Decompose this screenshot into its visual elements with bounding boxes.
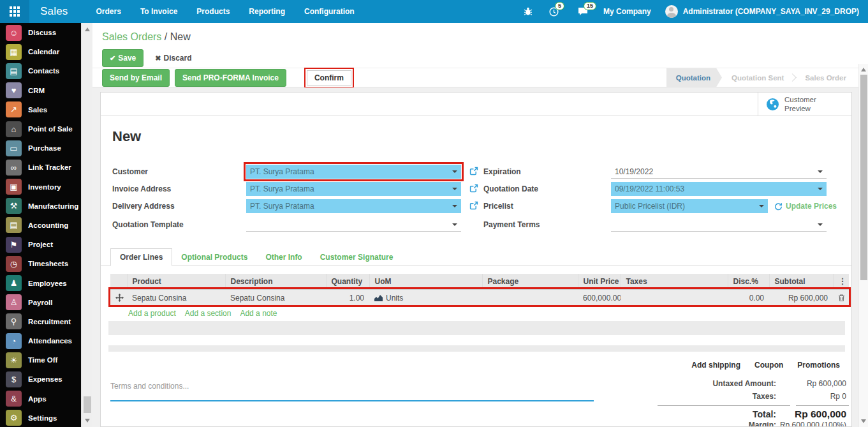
quotation-template-field[interactable]	[246, 218, 461, 232]
quotation-date-field[interactable]: 09/19/2022 11:00:53	[611, 182, 827, 196]
sidebar-item-timesheets[interactable]: ◷Timesheets	[0, 254, 81, 273]
stage-quotation[interactable]: Quotation	[666, 68, 722, 87]
record-controls: ✔Save ✖Discard	[102, 49, 192, 67]
expiration-field[interactable]: 10/19/2022	[611, 165, 827, 179]
line-add-links: Add a product Add a section Add a note	[128, 309, 277, 318]
menu-reporting[interactable]: Reporting	[249, 7, 285, 16]
menu-products[interactable]: Products	[196, 7, 230, 16]
delivery-address-field[interactable]: PT. Surya Pratama	[246, 199, 461, 213]
debug-bug-icon[interactable]	[524, 7, 533, 16]
drag-handle[interactable]	[110, 289, 127, 306]
send-proforma-invoice-button[interactable]: Send PRO-FORMA Invoice	[175, 69, 286, 87]
sidebar-item-attendances[interactable]: ◔Attendances	[0, 331, 81, 350]
tab-optional-products[interactable]: Optional Products	[172, 248, 256, 266]
menu-to-invoice[interactable]: To Invoice	[140, 7, 177, 16]
breadcrumb-sales-orders[interactable]: Sales Orders	[102, 31, 161, 42]
external-link-icon[interactable]	[469, 184, 478, 193]
pricelist-field[interactable]: Public Pricelist (IDR)	[611, 199, 768, 213]
sidebar-item-time-off[interactable]: ☀Time Off	[0, 350, 81, 370]
sidebar-item-apps[interactable]: &Apps	[0, 389, 81, 408]
add-shipping-button[interactable]: Add shipping	[691, 361, 740, 370]
stage-sales-order[interactable]: Sales Order	[795, 68, 856, 87]
app-title[interactable]: Sales	[40, 5, 68, 18]
user-avatar[interactable]	[665, 5, 678, 18]
package-cell[interactable]	[482, 289, 578, 306]
promotions-button[interactable]: Promotions	[797, 361, 840, 370]
external-link-icon[interactable]	[469, 201, 478, 210]
sidebar-item-project[interactable]: ⚑Project	[0, 235, 81, 254]
discount-cell[interactable]: 0.00	[728, 289, 769, 306]
uom-cell[interactable]: Units	[369, 289, 482, 306]
quantity-cell[interactable]: 1.00	[326, 289, 369, 306]
tab-customer-signature[interactable]: Customer Signature	[311, 248, 402, 266]
taxes-cell[interactable]	[621, 289, 728, 306]
description-cell[interactable]: Sepatu Consina	[225, 289, 326, 306]
coupon-button[interactable]: Coupon	[754, 361, 783, 370]
main-scrollbar[interactable]	[858, 64, 868, 427]
sidebar-item-discuss[interactable]: ☺Discuss	[0, 23, 81, 42]
sidebar-item-label: Sales	[28, 106, 47, 114]
customer-field[interactable]: PT. Surya Pratama	[246, 165, 461, 179]
company-switcher[interactable]: My Company	[603, 7, 651, 16]
expiration-label: Expiration	[483, 165, 521, 179]
quantity-column-header: Quantity	[326, 274, 369, 289]
sidebar-item-crm[interactable]: ♥CRM	[0, 81, 81, 100]
apps-menu-button[interactable]	[0, 0, 29, 23]
sidebar-item-point-of-sale[interactable]: ⌂Point of Sale	[0, 119, 81, 139]
scrollbar-thumb[interactable]	[84, 396, 91, 413]
scroll-up-arrow-icon[interactable]	[861, 68, 866, 71]
terms-and-conditions-input[interactable]	[110, 380, 594, 401]
sidebar-item-sales[interactable]: ↗Sales	[0, 100, 81, 119]
menu-orders[interactable]: Orders	[96, 7, 121, 16]
sidebar-item-contacts[interactable]: ▤Contacts	[0, 61, 81, 80]
payment-terms-field[interactable]	[611, 218, 827, 232]
link-tracker-app-icon: ∞	[6, 160, 22, 176]
user-menu[interactable]: Administrator (COMPANY_SAYA_INV_29_DROP)	[683, 7, 859, 16]
unit-price-cell[interactable]: 600,000.00	[578, 289, 621, 306]
scroll-down-arrow-icon[interactable]	[85, 419, 90, 423]
customer-preview-button[interactable]: Customer Preview	[758, 93, 851, 116]
inventory-app-icon: ▣	[6, 179, 22, 195]
messages-chat-icon[interactable]: 15	[578, 7, 588, 16]
add-a-product-link[interactable]: Add a product	[128, 309, 176, 318]
invoice-address-field[interactable]: PT. Surya Pratama	[246, 182, 461, 196]
sidebar-scrollbar[interactable]	[81, 23, 92, 427]
tab-other-info[interactable]: Other Info	[256, 248, 311, 266]
totals-separator	[658, 405, 790, 406]
sidebar-item-link-tracker[interactable]: ∞Link Tracker	[0, 158, 81, 177]
scrollbar-thumb[interactable]	[860, 75, 867, 280]
sidebar-item-calendar[interactable]: ▦Calendar	[0, 42, 81, 61]
sidebar-item-settings[interactable]: ⚙Settings	[0, 408, 81, 427]
product-cell[interactable]: Sepatu Consina	[127, 289, 225, 306]
sidebar-item-expenses[interactable]: $Expenses	[0, 370, 81, 389]
sidebar-item-manufacturing[interactable]: ⚒Manufacturing	[0, 197, 81, 216]
sidebar-item-label: Apps	[28, 395, 47, 403]
sidebar-item-recruitment[interactable]: ⚲Recruitment	[0, 312, 81, 331]
sidebar-item-accounting[interactable]: ▤Accounting	[0, 216, 81, 235]
action-bar: Send by Email Send PRO-FORMA Invoice Con…	[92, 68, 858, 87]
external-link-icon[interactable]	[469, 167, 478, 176]
pos-app-icon: ⌂	[6, 121, 22, 137]
sidebar-item-payroll[interactable]: ♙Payroll	[0, 293, 81, 312]
menu-configuration[interactable]: Configuration	[304, 7, 355, 16]
save-button[interactable]: ✔Save	[102, 49, 143, 67]
add-a-note-link[interactable]: Add a note	[240, 309, 277, 318]
add-a-section-link[interactable]: Add a section	[185, 309, 232, 318]
delete-line-button[interactable]	[833, 289, 849, 306]
sidebar-item-inventory[interactable]: ▣Inventory	[0, 177, 81, 197]
scroll-down-arrow-icon[interactable]	[861, 419, 866, 423]
sidebar-item-purchase[interactable]: ▭Purchase	[0, 139, 81, 158]
timesheets-app-icon: ◷	[6, 256, 22, 272]
send-by-email-button[interactable]: Send by Email	[102, 69, 170, 87]
payroll-app-icon: ♙	[6, 294, 22, 310]
sidebar-item-employees[interactable]: ♟Employees	[0, 273, 81, 292]
discard-button[interactable]: ✖Discard	[155, 54, 191, 63]
expenses-app-icon: $	[6, 371, 22, 387]
update-prices-button[interactable]: Update Prices	[774, 199, 837, 213]
tab-order-lines[interactable]: Order Lines	[110, 248, 172, 266]
column-options-button[interactable]: ⋮	[833, 274, 849, 289]
scroll-up-arrow-icon[interactable]	[85, 27, 90, 31]
activities-clock-icon[interactable]: 5	[549, 7, 559, 17]
confirm-button[interactable]: Confirm	[307, 70, 351, 86]
stage-quotation-sent[interactable]: Quotation Sent	[722, 68, 793, 87]
